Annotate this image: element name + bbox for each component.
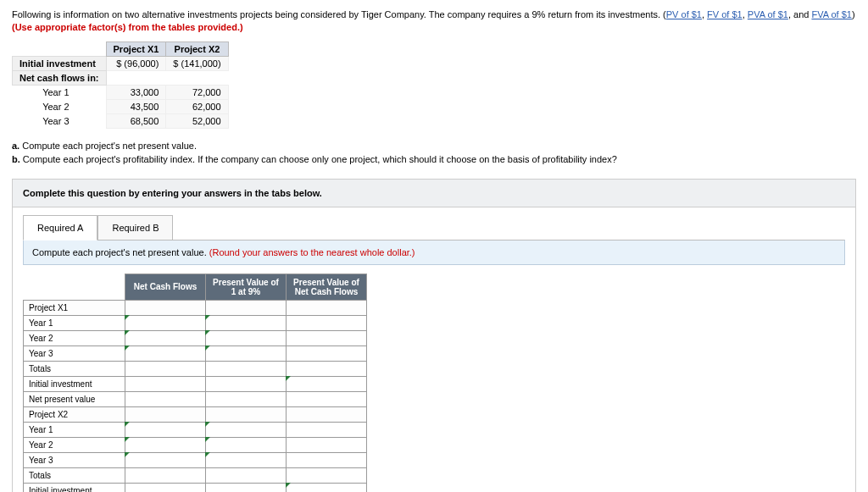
answer-cell[interactable] <box>125 406 206 422</box>
answer-cell[interactable] <box>287 315 367 330</box>
year2-x1: 43,500 <box>106 99 166 113</box>
answer-cell[interactable] <box>287 346 367 361</box>
answer-cell[interactable] <box>206 376 287 391</box>
answer-cell[interactable] <box>125 346 206 361</box>
answer-cell[interactable] <box>206 422 287 437</box>
col-header-x1: Project X1 <box>106 41 166 56</box>
net-cash-flows-label: Net cash flows in: <box>13 70 107 85</box>
answer-cell[interactable] <box>287 391 367 406</box>
col-net-cash-flows: Net Cash Flows <box>125 274 206 300</box>
answer-cell[interactable] <box>287 330 367 346</box>
answer-panel: Complete this question by entering your … <box>12 179 856 492</box>
use-factors-note: (Use appropriate factor(s) from the tabl… <box>12 22 243 32</box>
answer-cell[interactable] <box>206 452 287 467</box>
row-totals: Totals <box>24 361 125 376</box>
answer-cell[interactable] <box>206 483 287 492</box>
answer-table: Net Cash Flows Present Value of 1 at 9% … <box>23 274 367 492</box>
answer-cell[interactable] <box>125 422 206 437</box>
year3-x2: 52,000 <box>166 113 228 128</box>
year-label: Year 3 <box>36 113 106 128</box>
answer-cell[interactable] <box>125 452 206 467</box>
link-fva-of-1[interactable]: FVA of $1 <box>811 9 852 19</box>
intro-text: Following is information on two alternat… <box>12 9 666 19</box>
answer-cell[interactable] <box>125 376 206 391</box>
row-year2: Year 2 <box>24 330 125 346</box>
answer-cell[interactable] <box>287 361 367 376</box>
row-year3: Year 3 <box>24 452 125 467</box>
answer-cell[interactable] <box>125 467 206 483</box>
answer-cell[interactable] <box>287 300 367 315</box>
year-label: Year 2 <box>36 99 106 113</box>
answer-cell[interactable] <box>206 300 287 315</box>
initial-investment-label: Initial investment <box>13 56 107 70</box>
row-npv: Net present value <box>24 391 125 406</box>
answer-cell[interactable] <box>206 437 287 452</box>
link-pv-of-1[interactable]: PV of $1 <box>666 9 702 19</box>
answer-cell[interactable] <box>206 391 287 406</box>
answer-cell[interactable] <box>287 452 367 467</box>
answer-cell[interactable] <box>287 437 367 452</box>
year1-x2: 72,000 <box>166 85 228 99</box>
problem-intro: Following is information on two alternat… <box>12 8 856 35</box>
answer-cell[interactable] <box>287 483 367 492</box>
answer-cell[interactable] <box>125 437 206 452</box>
question-list: a. Compute each project's net present va… <box>12 139 856 167</box>
answer-cell[interactable] <box>125 361 206 376</box>
section-project-x1: Project X1 <box>24 300 125 315</box>
initial-x1: $ (96,000) <box>106 56 166 70</box>
answer-cell[interactable] <box>125 315 206 330</box>
answer-cell[interactable] <box>206 467 287 483</box>
panel-instruction: Complete this question by entering your … <box>13 180 855 207</box>
row-year3: Year 3 <box>24 346 125 361</box>
row-year1: Year 1 <box>24 315 125 330</box>
answer-cell[interactable] <box>206 330 287 346</box>
answer-cell[interactable] <box>206 315 287 330</box>
answer-cell[interactable] <box>125 483 206 492</box>
initial-x2: $ (141,000) <box>166 56 228 70</box>
year3-x1: 68,500 <box>106 113 166 128</box>
col-header-x2: Project X2 <box>166 41 228 56</box>
link-pva-of-1[interactable]: PVA of $1 <box>748 9 788 19</box>
row-year2: Year 2 <box>24 437 125 452</box>
answer-cell[interactable] <box>125 391 206 406</box>
answer-cell[interactable] <box>287 406 367 422</box>
tab-row: Required A Required B <box>13 207 855 240</box>
answer-cell[interactable] <box>206 406 287 422</box>
answer-cell[interactable] <box>287 422 367 437</box>
col-pv-net-cash: Present Value of Net Cash Flows <box>287 274 367 300</box>
row-totals: Totals <box>24 467 125 483</box>
investment-info-table: Project X1 Project X2 Initial investment… <box>12 41 229 129</box>
answer-cell[interactable] <box>206 346 287 361</box>
row-initial-investment: Initial investment <box>24 376 125 391</box>
year2-x2: 62,000 <box>166 99 228 113</box>
section-project-x2: Project X2 <box>24 406 125 422</box>
link-fv-of-1[interactable]: FV of $1 <box>707 9 743 19</box>
answer-cell[interactable] <box>206 361 287 376</box>
answer-cell[interactable] <box>287 467 367 483</box>
tab-required-a[interactable]: Required A <box>23 215 97 240</box>
answer-cell[interactable] <box>287 376 367 391</box>
tab-instruction: Compute each project's net present value… <box>23 240 845 265</box>
col-pv-factor: Present Value of 1 at 9% <box>206 274 287 300</box>
tab-required-b[interactable]: Required B <box>97 215 173 240</box>
year-label: Year 1 <box>36 85 106 99</box>
row-year1: Year 1 <box>24 422 125 437</box>
answer-cell[interactable] <box>125 330 206 346</box>
year1-x1: 33,000 <box>106 85 166 99</box>
answer-cell[interactable] <box>125 300 206 315</box>
row-initial-investment: Initial investment <box>24 483 125 492</box>
